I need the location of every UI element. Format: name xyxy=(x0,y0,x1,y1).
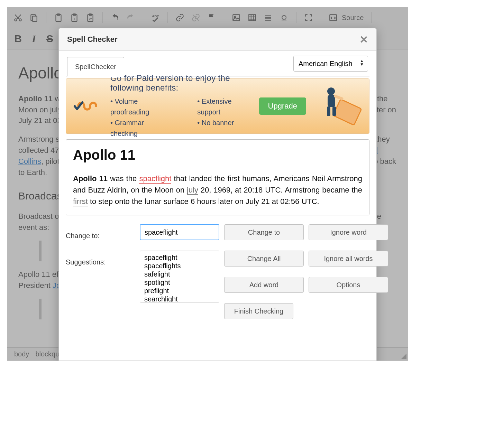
upgrade-button[interactable]: Upgrade xyxy=(259,97,306,115)
change-to-label: Change to: xyxy=(66,232,135,240)
svg-point-19 xyxy=(327,87,335,95)
suggestion-item[interactable]: preflight xyxy=(144,287,215,295)
editor-frame: T W ABC Ω Source B xyxy=(7,7,408,361)
change-all-button[interactable]: Change All xyxy=(224,251,304,267)
misspelling[interactable]: july xyxy=(187,186,198,195)
upgrade-banner: Go for Paid version to enjoy the followi… xyxy=(66,78,369,134)
preview-paragraph: Apollo 11 was the spacflight that landed… xyxy=(73,173,362,207)
suggestions-label: Suggestions: xyxy=(66,258,135,266)
suggestions-list[interactable]: spaceflight spaceflights safelight spotl… xyxy=(140,251,219,302)
suggestion-item[interactable]: spaceflight xyxy=(144,253,215,262)
finish-checking-button[interactable]: Finish Checking xyxy=(224,303,293,319)
change-to-input[interactable] xyxy=(140,224,219,240)
misspelling-active[interactable]: spacflight xyxy=(139,174,171,184)
close-icon: ✕ xyxy=(359,34,368,45)
suggestion-item[interactable]: spaceflights xyxy=(144,262,215,270)
ignore-all-button[interactable]: Ignore all words xyxy=(309,251,388,267)
options-button[interactable]: Options xyxy=(309,277,388,293)
banner-bullet: Grammar checking xyxy=(110,118,172,139)
svg-rect-18 xyxy=(333,100,361,124)
add-word-button[interactable]: Add word xyxy=(224,277,304,293)
svg-rect-21 xyxy=(327,106,330,116)
spellcheck-preview[interactable]: Apollo 11 Apollo 11 was the spacflight t… xyxy=(66,139,369,215)
tab-spellchecker[interactable]: SpellChecker xyxy=(67,57,124,76)
misspelling[interactable]: firrst xyxy=(73,197,88,206)
language-select[interactable]: American English xyxy=(293,56,368,72)
svg-rect-22 xyxy=(332,106,336,116)
banner-bullet: Volume proofreading xyxy=(110,96,172,118)
suggestion-item[interactable]: searchlight xyxy=(144,295,215,302)
suggestion-item[interactable]: spotlight xyxy=(144,278,215,287)
ignore-word-button[interactable]: Ignore word xyxy=(309,224,388,240)
preview-title: Apollo 11 xyxy=(73,144,362,165)
suggestion-item[interactable]: safelight xyxy=(144,270,215,278)
banner-bullet: No banner xyxy=(197,118,250,128)
spellcheck-dialog: Spell Checker ✕ SpellChecker American En… xyxy=(58,28,377,361)
close-button[interactable]: ✕ xyxy=(359,34,368,46)
change-to-button[interactable]: Change to xyxy=(224,224,304,240)
banner-bullet: Extensive support xyxy=(197,96,250,118)
banner-illustration-icon xyxy=(314,84,363,129)
dialog-title: Spell Checker xyxy=(67,35,118,44)
dialog-header[interactable]: Spell Checker ✕ xyxy=(59,28,376,51)
banner-logo-icon xyxy=(72,95,102,117)
